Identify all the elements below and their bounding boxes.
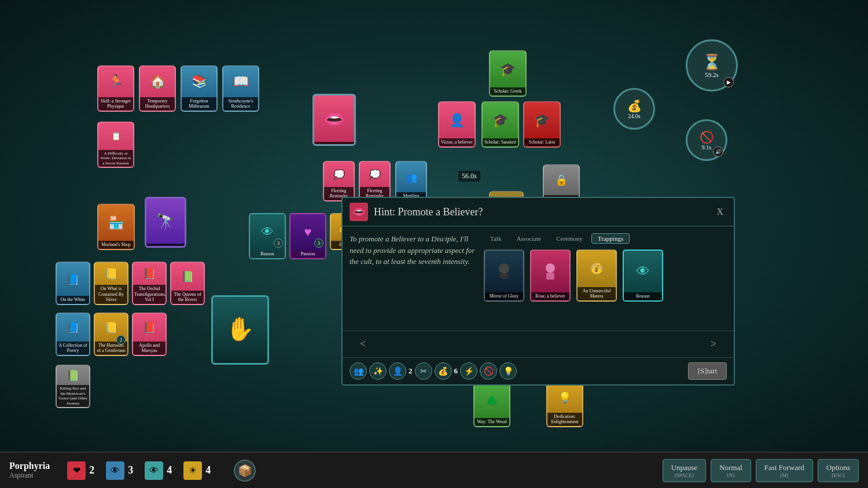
hint-icon-btn-3[interactable]: 👤 [389, 362, 406, 380]
stat-vision: 👁 4 [145, 461, 172, 480]
hint-card-rose-believer[interactable]: Rose, a believer [530, 249, 571, 302]
card-way-wood[interactable]: 🌲 Way: The Wood [473, 382, 510, 427]
hint-tab-associate[interactable]: Associate [510, 233, 547, 244]
card-humours-gentleman[interactable]: 📒 The Humours of a Gentleman 2 [94, 313, 128, 356]
options-button[interactable]: Options[ESC] [818, 459, 859, 482]
hint-tab-talk[interactable]: Talk [484, 233, 507, 244]
card-muttling[interactable]: 👥 Muttling [395, 161, 427, 201]
timer-large-orange[interactable]: ⏳ 59.2s ▶ [686, 39, 738, 91]
card-fleeting-reminder-1[interactable]: 💭 Fleeting Reminder [323, 161, 355, 201]
timer-medium-gold[interactable]: 💰 24.0s [613, 88, 655, 130]
timer-label-56: 56.0s [458, 171, 480, 182]
collection-icon-area: 📦 [234, 460, 256, 482]
hint-nav-prev[interactable]: < [354, 336, 372, 353]
unpause-button[interactable]: Unpause[SPACE] [663, 459, 707, 482]
svg-text:💰: 💰 [591, 263, 602, 274]
hint-card-mirror-glory[interactable]: Mirror of Glory [484, 249, 524, 302]
hint-icon-count-3: 2 [409, 366, 413, 376]
hint-icon: 👄 [350, 203, 368, 221]
card-orchid-transfigurations[interactable]: 📕 The Orchid Transfigurations, Vol I [132, 262, 167, 305]
hint-header: 👄 Hint: Promote a Believer? X [343, 198, 734, 226]
hint-cards-row: Mirror of Glory Rose, a believer 💰 [484, 249, 727, 302]
fast-forward-button[interactable]: Fast Forward[M] [756, 459, 813, 482]
hint-card-unmerciful-mantra[interactable]: 💰 An Unmerciful Mantra [576, 249, 617, 302]
hint-card-label-unmerciful-mantra: An Unmerciful Mantra [578, 287, 616, 300]
card-lips[interactable]: 👄 [312, 94, 356, 146]
card-scholar-sanskrit[interactable]: 🎓 Scholar: Sanskrit [481, 101, 519, 148]
bottom-bar: Porphyria Aspirant ❤ 2 👁 3 👁 4 ☀ 4 📦 Unp… [0, 452, 868, 488]
card-scholar-latin[interactable]: 🎓 Scholar: Latin [523, 101, 561, 148]
card-killing-rye[interactable]: 📗 Killing Rye and the Mottoway's Grave (… [56, 365, 90, 408]
hint-card-label-mirror-glory: Mirror of Glory [485, 292, 523, 300]
card-difficulty-notice[interactable]: 📋 A Difficulty at Work: Devotion to a Se… [97, 122, 134, 168]
card-apollo-marsyas[interactable]: 📕 Apollo and Marsyas [132, 313, 167, 356]
stat-health-value: 2 [89, 464, 94, 476]
card-on-white[interactable]: 📘 On the White [56, 262, 90, 305]
card-queens-rivers[interactable]: 📗 The Queens of the Rivers [170, 262, 205, 305]
stat-knowledge-value: 3 [128, 464, 133, 476]
stat-vision-value: 4 [167, 464, 172, 476]
card-victor-believer[interactable]: 👤 Victor, a believer [438, 101, 476, 148]
card-purple-telescope[interactable]: 🔭 [145, 197, 186, 248]
unpause-shortcut: [SPACE] [671, 472, 698, 478]
hint-nav-next[interactable]: > [705, 336, 722, 353]
hint-description: To promote a Believer to a Disciple, I'l… [350, 233, 477, 324]
stat-knowledge-icon: 👁 [106, 461, 124, 480]
card-forgotten-mithraeum[interactable]: 📚 Forgotten Mithraeum [181, 65, 218, 112]
game-board: 🏃 Skill: a Stronger Physique 🏠 Temporary… [0, 0, 868, 452]
normal-button[interactable]: Normal[N] [711, 459, 751, 482]
card-fleeting-reminder-2[interactable]: 💭 Fleeting Reminder [359, 161, 391, 201]
stat-vision-icon: 👁 [145, 461, 163, 480]
stat-knowledge: 👁 3 [106, 461, 133, 480]
card-reason-slot[interactable]: 👁 Reason 3 [249, 213, 286, 259]
collection-icon[interactable]: 📦 [234, 460, 256, 482]
hint-card-reason[interactable]: 👁 Reason [623, 249, 663, 302]
stat-health-icon: ❤ [67, 461, 86, 480]
hint-title: Hint: Promote a Believer? [374, 206, 707, 218]
hint-dialog: 👄 Hint: Promote a Believer? X To promote… [341, 197, 735, 386]
card-badge: 2 [116, 335, 126, 344]
stat-sun: ☀ 4 [183, 461, 211, 480]
card-scholar-greek[interactable]: 🎓 Scholar: Greek [489, 50, 527, 97]
normal-shortcut: [N] [719, 472, 742, 478]
card-label: Skill: a Stronger Physique [98, 97, 133, 111]
hint-icon-btn-1[interactable]: 👥 [350, 362, 367, 380]
card-temporary-headquarters[interactable]: 🏠 Temporary Headquarters [139, 65, 176, 112]
timer-small-gray[interactable]: 🚫 9.1s 🔊 [686, 119, 727, 161]
hint-nav: < > [343, 331, 734, 357]
stat-sun-value: 4 [205, 464, 211, 476]
card-morlands-shop[interactable]: 🏪 Morland's Shop [97, 204, 135, 250]
svg-rect-3 [546, 273, 554, 280]
player-info: Porphyria Aspirant [9, 461, 50, 480]
hint-bottom-row: 👥 ✨ 👤 2 ✂ 💰 6 ⚡ 🚫 💡 [S]tart [343, 357, 734, 384]
hint-close-button[interactable]: X [713, 206, 727, 218]
card-contained-silver[interactable]: 📒 On What is Contained By Silver [94, 262, 128, 305]
card-collection-poetry[interactable]: 📘 A Collection of Poetry [56, 313, 90, 356]
hint-icon-btn-5[interactable]: 💰 [435, 362, 452, 380]
card-hand-slot[interactable]: ✋ [211, 295, 269, 365]
hint-icon-btn-6[interactable]: ⚡ [460, 362, 477, 380]
start-button[interactable]: [S]tart [688, 362, 727, 380]
hint-tab-trappings[interactable]: Trappings [591, 233, 630, 244]
card-passion-slot[interactable]: ♥ Passion 3 [289, 213, 326, 259]
hint-bottom-icons: 👥 ✨ 👤 2 ✂ 💰 6 ⚡ 🚫 💡 [350, 362, 517, 380]
bottom-buttons: Unpause[SPACE] Normal[N] Fast Forward[M]… [663, 459, 859, 482]
player-title: Aspirant [9, 471, 50, 480]
stat-health: ❤ 2 [67, 461, 94, 480]
hint-icon-count-5: 6 [454, 366, 458, 376]
card-strathcoyne-residence[interactable]: 📖 Strathcoyne's Residence [222, 65, 259, 112]
hint-icon-btn-2[interactable]: ✨ [369, 362, 387, 380]
hint-tabs: Talk Associate Ceremony Trappings [484, 233, 727, 244]
hint-tab-ceremony[interactable]: Ceremony [550, 233, 589, 244]
hint-card-label-reason: Reason [624, 292, 662, 300]
svg-point-1 [499, 273, 509, 279]
hint-icon-btn-7[interactable]: 🚫 [480, 362, 497, 380]
hint-icon-btn-4[interactable]: ✂ [415, 362, 432, 380]
hint-cards-area: Talk Associate Ceremony Trappings Mirror… [484, 233, 727, 324]
options-shortcut: [ESC] [826, 472, 850, 478]
card-skill-stronger-physique[interactable]: 🏃 Skill: a Stronger Physique [97, 65, 134, 112]
hint-icon-btn-8[interactable]: 💡 [499, 362, 517, 380]
stat-sun-icon: ☀ [183, 461, 202, 480]
card-dedication-enlightenment[interactable]: 💡 Dedication: Enlightenment [546, 382, 583, 427]
hint-card-label-rose-believer: Rose, a believer [531, 292, 569, 300]
